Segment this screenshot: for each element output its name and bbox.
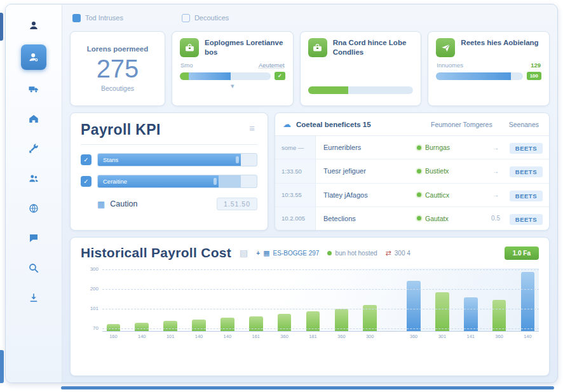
progress-bar: [180, 72, 271, 80]
x-axis-label: 140: [216, 334, 238, 339]
legend-item-date-range[interactable]: + ▦ ES-BOGGE 297: [256, 249, 319, 257]
legend-item-hosted[interactable]: bun hot hosted: [327, 250, 377, 257]
green-dot-icon: [327, 251, 332, 255]
metric-meta-right[interactable]: Aeutemet: [259, 62, 285, 69]
menu-icon[interactable]: ≡: [247, 121, 257, 135]
legend-item-compare[interactable]: ⇄ 300 4: [386, 249, 410, 257]
chart-bar: [102, 268, 125, 331]
status-badge: BEETS: [510, 166, 543, 177]
table-header: ☁ Coeteal beneficets 15 Feumoner Tomgere…: [275, 113, 549, 136]
x-axis-label: 140: [188, 334, 210, 339]
user-icon: [28, 20, 39, 31]
chart-bar: [403, 268, 425, 331]
kpi-bar-label: Ceraitine: [103, 178, 127, 185]
chevron-down-icon[interactable]: ▾: [180, 83, 285, 90]
table-row[interactable]: 1:33.50 Tuesr jefiguer Bustietx → BEETS: [275, 159, 549, 182]
x-axis-label: 301: [431, 334, 453, 339]
kpi-progress-bar: Stans: [97, 153, 257, 166]
kpi-row: Payroll KPI ≡ ✓ Stans ✓ Ceraitine: [70, 112, 550, 231]
sidebar-item-profile[interactable]: [23, 15, 44, 36]
x-axis-label: 140: [517, 334, 539, 339]
user-gear-icon: [28, 51, 39, 63]
benefits-table-card: ☁ Coeteal beneficets 15 Feumoner Tomgere…: [275, 112, 550, 231]
sidebar-item-messages[interactable]: [23, 227, 44, 249]
chart-title: Historicall Payroll Cost: [81, 245, 231, 260]
x-axis-label: 360: [330, 334, 353, 339]
sidebar-item-team[interactable]: [23, 168, 44, 189]
metric-meta: Smo Aeutemet: [180, 62, 285, 69]
chart-bar: [330, 268, 353, 331]
row-status: Burngas: [417, 144, 483, 151]
summary-subtitle: Becoutiges: [101, 84, 134, 92]
tab-tod-intruses[interactable]: Tod Intruses: [72, 14, 123, 22]
metric-meta-left: Innuomes: [437, 62, 463, 69]
status-dot-icon: [417, 193, 421, 197]
sidebar-item-home[interactable]: [23, 108, 44, 130]
table-row[interactable]: 10.2.005 Beteclions Gautatx 0.5 BEETS: [275, 206, 549, 230]
swap-arrows-icon: ⇄: [386, 249, 391, 257]
chart-bar: [459, 268, 482, 331]
sidebar-item-tools[interactable]: [23, 138, 44, 159]
chart-options-icon[interactable]: ▤: [240, 248, 248, 258]
status-dot-icon: [417, 169, 421, 173]
sidebar-item-payroll-active[interactable]: [21, 44, 46, 70]
left-edge-accent: [0, 350, 4, 383]
table-row[interactable]: 10:3.55 Tlatey jAfagos Cautticx → BEETS: [275, 183, 549, 206]
tab-decoutices[interactable]: Decoutices: [182, 14, 229, 22]
trend-icon: 0.5: [483, 215, 508, 222]
briefcase-icon: [180, 38, 199, 57]
calendar-icon: ▦: [97, 199, 105, 209]
x-axis-label: 160: [102, 334, 125, 339]
download-icon: [28, 292, 39, 304]
row-status: Bustietx: [417, 167, 483, 175]
status-badge: BEETS: [510, 143, 543, 154]
x-axis-label: 360: [273, 334, 295, 339]
chart-bar: [431, 268, 453, 331]
briefcase-icon: [308, 38, 327, 57]
table-col-header: Feumoner Tomgeres: [431, 121, 492, 128]
chart-bar: [188, 268, 210, 331]
bar-chart: 30020010170 1601401011401401613601813603…: [81, 268, 539, 372]
progress-bar: [308, 86, 414, 94]
y-axis-tick: 200: [81, 286, 98, 292]
kpi-bar-label: Stans: [103, 156, 118, 163]
bottom-accent-bar: [61, 386, 554, 389]
sidebar-item-search[interactable]: [23, 257, 44, 279]
kpi-bar-row: ✓ Stans: [81, 153, 257, 166]
wrench-icon: [28, 143, 39, 154]
row-status: Gautatx: [417, 215, 483, 222]
kpi-title: Payroll KPI: [81, 121, 161, 139]
metric-title: Eoplogmes Loretianve bos: [205, 38, 285, 57]
status-badge: BEETS: [510, 214, 543, 225]
export-button[interactable]: 1.0 Fa: [505, 247, 539, 260]
sidebar-item-global[interactable]: [23, 198, 44, 219]
gridline: [102, 269, 539, 270]
home-icon: [28, 113, 39, 125]
kpi-progress-bar: Ceraitine: [97, 175, 257, 188]
topbar: Tod Intruses Decoutices: [70, 11, 550, 25]
gridline: [102, 328, 539, 329]
table-row[interactable]: some — Eurneriblers Burngas → BEETS: [275, 136, 549, 159]
send-icon: [436, 38, 455, 57]
checkbox[interactable]: ✓: [81, 154, 92, 165]
truck-icon: [28, 83, 39, 95]
sidebar-item-downloads[interactable]: [23, 287, 44, 309]
chart-bar: [359, 268, 381, 331]
trend-icon: →: [483, 191, 508, 198]
kpi-bar-row: ✓ Ceraitine: [81, 175, 257, 188]
progress-badge: ✓: [275, 72, 285, 80]
chart-bar: [159, 268, 182, 331]
metric-meta-right: 129: [531, 62, 541, 69]
sidebar-item-transport[interactable]: [23, 78, 44, 100]
row-time: 10:3.55: [275, 184, 316, 206]
sidebar: [6, 4, 62, 382]
gridline: [102, 289, 539, 290]
search-icon: [28, 262, 39, 274]
y-axis-tick: 70: [81, 325, 98, 331]
chart-bar: [216, 268, 238, 331]
x-axis: 1601401011401401613601813603003603011413…: [102, 334, 539, 339]
cloud-icon: ☁: [283, 119, 291, 129]
globe-icon: [28, 203, 39, 214]
caution-label: Caution: [110, 199, 137, 208]
checkbox[interactable]: ✓: [81, 176, 92, 187]
